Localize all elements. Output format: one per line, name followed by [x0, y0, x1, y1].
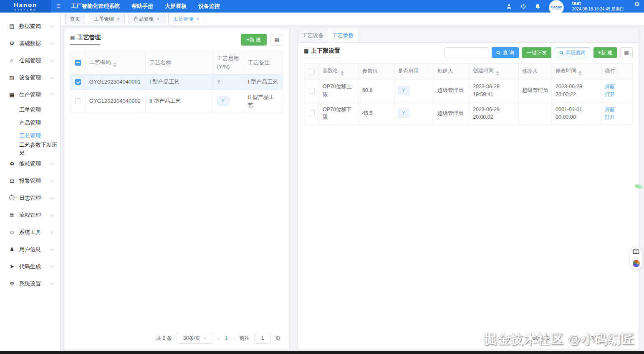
- query-button[interactable]: 查 询: [492, 47, 518, 58]
- chevron-up-icon: [50, 93, 54, 97]
- sidebar-item-production[interactable]: ▦ 生产管理: [0, 86, 60, 103]
- sort-icon[interactable]: [578, 71, 582, 76]
- column-settings-button[interactable]: ▦: [620, 47, 633, 58]
- close-icon[interactable]: ×: [117, 16, 120, 22]
- user-avatar[interactable]: Hanon SYSTEMS: [549, 0, 563, 15]
- section-title: ▦ 上下限设置: [304, 47, 340, 58]
- page-size-select[interactable]: 30条/页: [177, 333, 213, 344]
- sidebar-item-energy[interactable]: ♻ 能耗管理: [0, 155, 60, 172]
- col-process-code[interactable]: 工艺编码: [86, 51, 146, 74]
- row-checkbox[interactable]: [75, 98, 81, 104]
- chevron-down-icon: [50, 75, 54, 79]
- process-detail-panel: 工艺设备 工艺参数 ▦ 上下限设置 查 询: [298, 28, 639, 349]
- col-creator: 创建人: [434, 64, 470, 79]
- sidebar-item-warehouse[interactable]: ⌂ 仓储管理: [0, 52, 60, 69]
- sidebar-subitem-process[interactable]: 工艺管理: [0, 129, 60, 142]
- col-param-name[interactable]: 参数名: [319, 64, 359, 79]
- col-process-remark: 工艺备注: [244, 51, 283, 74]
- translate-sphere-icon[interactable]: [633, 260, 640, 267]
- info-icon: ⓘ: [8, 194, 15, 202]
- col-process-name: 工艺名称: [146, 51, 213, 74]
- sidebar-subitem-product[interactable]: 产品管理: [0, 116, 60, 129]
- sidebar-item-tools[interactable]: ☺ 系统工具: [0, 224, 60, 241]
- column-settings-button[interactable]: ▦: [270, 34, 283, 46]
- watermark: 掘金技术社区 @小码编匠: [484, 331, 635, 348]
- sidebar-item-flow[interactable]: ≣ 流程管理: [0, 206, 60, 224]
- sidebar-item-settings[interactable]: ⚙ 系统设置: [0, 275, 60, 292]
- create-process-button[interactable]: +新 建: [241, 34, 267, 46]
- datetime: 2024.08.18 16:24:45 星期日: [572, 7, 624, 12]
- open-link[interactable]: 打开: [605, 92, 615, 97]
- username: test: [572, 0, 624, 7]
- col-modified-time[interactable]: 修改时间: [552, 64, 601, 79]
- energy-icon: ♻: [8, 160, 15, 167]
- select-all-checkbox[interactable]: [309, 69, 315, 74]
- table-row[interactable]: OP70位移下限 45.5 Y 超级管理员 2023-06-29 20:00:0…: [304, 102, 633, 125]
- chevron-down-icon: [50, 195, 54, 199]
- sidebar-item-user-info[interactable]: ♟ 用户信息: [0, 241, 60, 258]
- goto-label: 前往: [240, 335, 250, 342]
- sidebar-item-data-query[interactable]: ▤ 数据查询: [0, 18, 60, 35]
- power-icon[interactable]: [520, 3, 526, 9]
- enabled-tag: Y: [398, 86, 409, 95]
- user-icon[interactable]: [506, 3, 512, 10]
- sort-icon[interactable]: [341, 71, 344, 76]
- sidebar-item-log[interactable]: ⓘ 日志管理: [0, 189, 60, 206]
- col-created-time[interactable]: 创建时间: [470, 64, 519, 79]
- sort-icon[interactable]: [496, 71, 499, 76]
- param-search-input[interactable]: [444, 47, 488, 58]
- tab-work-order[interactable]: 工单管理×: [89, 14, 125, 24]
- close-icon[interactable]: ×: [196, 16, 199, 22]
- prev-page-button[interactable]: ‹: [218, 335, 220, 341]
- block-link[interactable]: 屏蔽: [605, 107, 615, 112]
- grid-icon: ▦: [70, 35, 75, 41]
- menu-item-dashboard[interactable]: 大屏看板: [165, 3, 187, 10]
- enabled-value: Y: [217, 79, 221, 85]
- top-navbar: Hanon SYSTEMS ≡ 工厂智能化管理系统 帮助手册 大屏看板 设备监控…: [0, 0, 644, 13]
- settings-gear-icon[interactable]: ⚙: [634, 0, 640, 8]
- sidebar-item-base-data[interactable]: ⚙ 基础数据: [0, 35, 60, 52]
- close-icon[interactable]: ×: [157, 16, 159, 22]
- menu-item-device-monitor[interactable]: 设备监控: [198, 3, 220, 10]
- alarm-bell-icon: Ω: [8, 178, 15, 184]
- next-page-button[interactable]: ›: [233, 335, 235, 341]
- sort-icon[interactable]: [113, 62, 116, 67]
- row-checkbox[interactable]: [75, 79, 81, 85]
- hanon-logo[interactable]: Hanon SYSTEMS: [0, 0, 51, 13]
- col-process-enabled: 工艺启用(Y/N): [213, 51, 244, 74]
- dispatch-button[interactable]: 一键下发: [522, 47, 551, 58]
- menu-item-help[interactable]: 帮助手册: [131, 3, 153, 10]
- sidebar-item-alarm[interactable]: Ω 报警管理: [0, 172, 60, 189]
- create-param-button[interactable]: +新 建: [593, 47, 617, 58]
- tab-home[interactable]: 首页: [65, 14, 85, 24]
- total-count: 共 2 条: [156, 335, 172, 342]
- chevron-down-icon: [50, 212, 54, 216]
- sidebar: ▤ 数据查询 ⚙ 基础数据 ⌂ 仓储管理 ▨ 设备管理 ▦ 生产管理 工单管理 …: [0, 13, 61, 351]
- current-page[interactable]: 1: [224, 335, 229, 341]
- tab-process-device[interactable]: 工艺设备: [298, 28, 328, 42]
- table-row[interactable]: OP70位移上限 60.8 Y 超级管理员 2023-06-29 19:59:4…: [304, 79, 633, 102]
- tab-process[interactable]: 工艺管理×: [168, 14, 204, 24]
- table-row[interactable]: GYGL202304040001 I 型产品工艺 Y I 型产品工艺: [71, 74, 283, 90]
- row-checkbox[interactable]: [309, 88, 315, 94]
- sidebar-item-codegen[interactable]: ➤ 代码生成: [0, 258, 60, 275]
- select-all-checkbox[interactable]: [75, 60, 81, 66]
- tab-process-params[interactable]: 工艺参数: [328, 28, 358, 42]
- sidebar-item-device[interactable]: ▨ 设备管理: [0, 69, 60, 86]
- sidebar-subitem-work-order[interactable]: 工单管理: [0, 103, 60, 116]
- user-info[interactable]: test 2024.08.18 16:24:45 星期日: [572, 0, 624, 12]
- sidebar-subitem-param-history[interactable]: 工艺参数下发历史: [0, 142, 60, 155]
- block-link[interactable]: 屏蔽: [605, 84, 615, 89]
- open-link[interactable]: 打开: [605, 114, 615, 120]
- advanced-query-button[interactable]: 高级查询: [555, 47, 590, 58]
- menu-item-system-title[interactable]: 工厂智能化管理系统: [71, 3, 120, 10]
- row-checkbox[interactable]: [309, 110, 315, 116]
- goto-page-input[interactable]: [254, 333, 271, 344]
- bell-icon[interactable]: [535, 3, 541, 10]
- hamburger-menu-icon[interactable]: ≡: [51, 2, 66, 10]
- tab-product[interactable]: 产品管理×: [129, 14, 164, 24]
- book-icon[interactable]: [633, 249, 639, 256]
- table-row[interactable]: GYGL202304040002 II 型产品工艺 Y II 型产品工艺: [71, 89, 283, 113]
- chevron-down-icon: [50, 58, 54, 62]
- enabled-tag: Y: [217, 97, 229, 106]
